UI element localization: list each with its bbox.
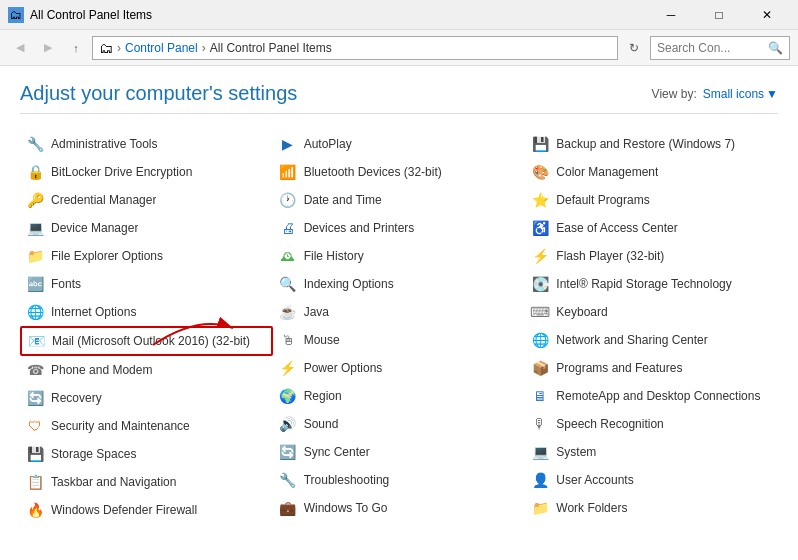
search-input[interactable] (657, 41, 764, 55)
list-item[interactable]: ☎Phone and Modem (20, 356, 273, 384)
close-button[interactable]: ✕ (744, 0, 790, 30)
items-col-2: 💾Backup and Restore (Windows 7)🎨Color Ma… (525, 130, 778, 524)
minimize-button[interactable]: ─ (648, 0, 694, 30)
item-label: Indexing Options (304, 277, 394, 291)
list-item[interactable]: 📶Bluetooth Devices (32-bit) (273, 158, 526, 186)
list-item[interactable]: 🎨Color Management (525, 158, 778, 186)
item-label: BitLocker Drive Encryption (51, 165, 192, 179)
list-item[interactable]: 💻System (525, 438, 778, 466)
list-item[interactable]: 💾Backup and Restore (Windows 7) (525, 130, 778, 158)
list-item[interactable]: ⚡Power Options (273, 354, 526, 382)
breadcrumb-icon: 🗂 (99, 40, 113, 56)
list-item[interactable]: 💽Intel® Rapid Storage Technology (525, 270, 778, 298)
items-col-1: ▶AutoPlay📶Bluetooth Devices (32-bit)🕐Dat… (273, 130, 526, 524)
item-icon: 🔥 (25, 500, 45, 520)
list-item[interactable]: 🔄Sync Center (273, 438, 526, 466)
item-icon: 💽 (530, 274, 550, 294)
list-item[interactable]: 🎙Speech Recognition (525, 410, 778, 438)
maximize-button[interactable]: □ (696, 0, 742, 30)
item-icon: 📁 (25, 246, 45, 266)
list-item[interactable]: 📧Mail (Microsoft Outlook 2016) (32-bit) (20, 326, 273, 356)
item-icon: 🔍 (278, 274, 298, 294)
breadcrumb-item-panel[interactable]: Control Panel (125, 41, 198, 55)
item-icon: 🔊 (278, 414, 298, 434)
list-item[interactable]: 💼Windows To Go (273, 494, 526, 522)
item-label: Work Folders (556, 501, 627, 515)
list-item[interactable]: 🔧Troubleshooting (273, 466, 526, 494)
list-item[interactable]: 🔥Windows Defender Firewall (20, 496, 273, 524)
refresh-button[interactable]: ↻ (622, 36, 646, 60)
search-icon: 🔍 (768, 41, 783, 55)
list-item[interactable]: 🖨Devices and Printers (273, 214, 526, 242)
list-item[interactable]: 🌐Network and Sharing Center (525, 326, 778, 354)
app-icon: 🗂 (8, 7, 24, 23)
list-item[interactable]: 🔍Indexing Options (273, 270, 526, 298)
list-item[interactable]: ⭐Default Programs (525, 186, 778, 214)
item-icon: ⚡ (278, 358, 298, 378)
list-item[interactable]: 👤User Accounts (525, 466, 778, 494)
list-item[interactable]: 🖱Mouse (273, 326, 526, 354)
main-content: Adjust your computer's settings View by:… (0, 66, 798, 560)
item-label: Internet Options (51, 305, 136, 319)
item-label: Taskbar and Navigation (51, 475, 176, 489)
item-icon: 🔧 (25, 134, 45, 154)
list-item[interactable]: 🔄Recovery (20, 384, 273, 412)
list-item[interactable]: 📦Programs and Features (525, 354, 778, 382)
item-label: File Explorer Options (51, 249, 163, 263)
list-item[interactable]: ☕Java (273, 298, 526, 326)
item-label: Device Manager (51, 221, 138, 235)
list-item[interactable]: 🔤Fonts (20, 270, 273, 298)
item-icon: 👤 (530, 470, 550, 490)
forward-button[interactable]: ▶ (36, 36, 60, 60)
item-label: Recovery (51, 391, 102, 405)
list-item[interactable]: 💻Device Manager (20, 214, 273, 242)
list-item[interactable]: 🔧Administrative Tools (20, 130, 273, 158)
item-icon: ⚡ (530, 246, 550, 266)
item-label: Bluetooth Devices (32-bit) (304, 165, 442, 179)
list-item[interactable]: 🕰File History (273, 242, 526, 270)
list-item[interactable]: 🕐Date and Time (273, 186, 526, 214)
item-label: Windows Defender Firewall (51, 503, 197, 517)
item-icon: 💾 (530, 134, 550, 154)
item-label: Date and Time (304, 193, 382, 207)
list-item[interactable]: 📁File Explorer Options (20, 242, 273, 270)
list-item[interactable]: 🛡Security and Maintenance (20, 412, 273, 440)
view-by-dropdown[interactable]: Small icons ▼ (703, 87, 778, 101)
item-icon: 🌍 (278, 386, 298, 406)
item-icon: 🕐 (278, 190, 298, 210)
back-button[interactable]: ◀ (8, 36, 32, 60)
item-label: System (556, 445, 596, 459)
address-bar: ◀ ▶ ↑ 🗂 › Control Panel › All Control Pa… (0, 30, 798, 66)
list-item[interactable]: 💾Storage Spaces (20, 440, 273, 468)
view-by-control: View by: Small icons ▼ (652, 87, 778, 101)
list-item[interactable]: 🔊Sound (273, 410, 526, 438)
breadcrumb-current: All Control Panel Items (210, 41, 332, 55)
list-item[interactable]: ⚡Flash Player (32-bit) (525, 242, 778, 270)
list-item[interactable]: ⌨Keyboard (525, 298, 778, 326)
search-box[interactable]: 🔍 (650, 36, 790, 60)
list-item[interactable]: ▶AutoPlay (273, 130, 526, 158)
item-label: Storage Spaces (51, 447, 136, 461)
list-item[interactable]: 📋Taskbar and Navigation (20, 468, 273, 496)
item-icon: 🖱 (278, 330, 298, 350)
item-icon: ⌨ (530, 302, 550, 322)
item-icon: 💻 (25, 218, 45, 238)
item-label: Keyboard (556, 305, 607, 319)
item-icon: 💼 (278, 498, 298, 518)
list-item[interactable]: 🖥RemoteApp and Desktop Connections (525, 382, 778, 410)
item-icon: ☎ (25, 360, 45, 380)
list-item[interactable]: 📁Work Folders (525, 494, 778, 522)
item-label: Sound (304, 417, 339, 431)
item-label: Credential Manager (51, 193, 156, 207)
list-item[interactable]: 🌐Internet Options (20, 298, 273, 326)
item-icon: 🔧 (278, 470, 298, 490)
item-label: Flash Player (32-bit) (556, 249, 664, 263)
up-button[interactable]: ↑ (64, 36, 88, 60)
list-item[interactable]: 🌍Region (273, 382, 526, 410)
breadcrumb: 🗂 › Control Panel › All Control Panel It… (92, 36, 618, 60)
chevron-down-icon: ▼ (766, 87, 778, 101)
list-item[interactable]: ♿Ease of Access Center (525, 214, 778, 242)
item-icon: 🔤 (25, 274, 45, 294)
list-item[interactable]: 🔒BitLocker Drive Encryption (20, 158, 273, 186)
list-item[interactable]: 🔑Credential Manager (20, 186, 273, 214)
